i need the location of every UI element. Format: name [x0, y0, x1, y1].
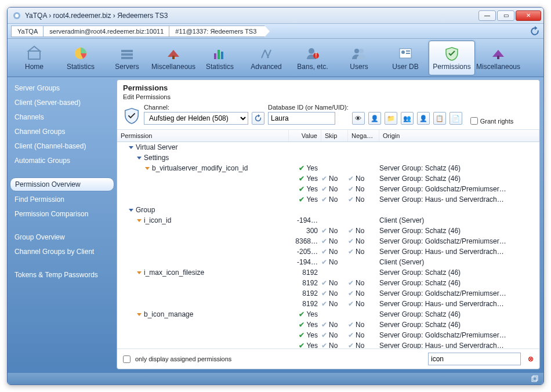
- refresh-icon[interactable]: [530, 26, 540, 37]
- svg-point-15: [354, 49, 359, 53]
- svg-rect-23: [533, 376, 538, 380]
- permission-row[interactable]: b_icon_manage✔YesServer Group: Schatz (4…: [117, 309, 539, 320]
- user-icon[interactable]: 👤: [368, 112, 381, 125]
- toolbar-miscellaneous[interactable]: Miscellaneous: [475, 41, 521, 75]
- breadcrumb[interactable]: YaTQA: [11, 26, 46, 37]
- permission-row[interactable]: 8192✔No✔NoServer Group: Haus- und Server…: [117, 299, 539, 309]
- copy-icon[interactable]: 📄: [449, 112, 462, 125]
- list-icon[interactable]: 📋: [433, 112, 446, 125]
- sidebar-item-channels[interactable]: Channels: [10, 111, 114, 124]
- svg-rect-11: [221, 52, 223, 59]
- col-negate[interactable]: Nega…: [348, 130, 379, 141]
- tree-group[interactable]: Group: [117, 205, 539, 215]
- check-off-icon: ✔: [348, 175, 354, 183]
- sidebar-item-client-server-based-[interactable]: Client (Server-based): [10, 96, 114, 109]
- permission-row[interactable]: i_icon_id-194…Client (Server): [117, 215, 539, 226]
- close-button[interactable]: ✕: [516, 10, 541, 21]
- svg-rect-7: [121, 57, 133, 59]
- clear-filter-icon[interactable]: ⊗: [528, 355, 534, 363]
- sidebar-item-automatic-groups[interactable]: Automatic Groups: [10, 154, 114, 167]
- permission-row[interactable]: b_virtualserver_modify_icon_id✔YesServer…: [117, 163, 539, 173]
- toolbar-statistics[interactable]: Statistics: [197, 41, 243, 75]
- channel-select[interactable]: Aufstieg der Helden (508): [144, 112, 248, 125]
- col-permission[interactable]: Permission: [117, 130, 289, 141]
- toolbar-miscellaneous[interactable]: Miscellaneous: [150, 41, 197, 75]
- users-icon[interactable]: 👥: [401, 112, 414, 125]
- sidebar-item-client-channel-based-[interactable]: Client (Channel-based): [10, 140, 114, 153]
- toolbar-servers[interactable]: Servers: [104, 41, 150, 75]
- only-assigned-checkbox[interactable]: [123, 355, 130, 363]
- tree-group[interactable]: Settings: [117, 153, 539, 163]
- maximize-button[interactable]: ▭: [497, 10, 514, 21]
- check-off-icon: ✔: [348, 248, 354, 256]
- svg-point-16: [359, 49, 364, 53]
- permission-row[interactable]: -205…✔No✔NoServer Group: Haus- und Serve…: [117, 246, 539, 257]
- refresh-channel-button[interactable]: [252, 112, 264, 125]
- expand-icon: [129, 209, 133, 212]
- check-off-icon: ✔: [321, 227, 327, 235]
- sidebar-item-server-groups[interactable]: Server Groups: [10, 82, 114, 95]
- permission-row[interactable]: 300✔No✔NoServer Group: Schatz (46): [117, 226, 539, 236]
- svg-marker-3: [28, 46, 40, 51]
- toolbar-permissions[interactable]: Permissions: [429, 41, 475, 75]
- permission-row[interactable]: 8192✔No✔NoServer Group: Schatz (46): [117, 278, 539, 288]
- check-off-icon: ✔: [321, 185, 327, 193]
- svg-text:!: !: [315, 51, 317, 59]
- grant-rights-label: Grant rights: [480, 118, 513, 125]
- grant-rights-checkbox[interactable]: [470, 117, 478, 125]
- toolbar-advanced[interactable]: Advanced: [243, 41, 289, 75]
- toolbar-statistics[interactable]: Statistics: [57, 41, 104, 75]
- sidebar-item-tokens-temp-passwords[interactable]: Tokens & Temp Passwords: [10, 268, 114, 281]
- app-icon: [12, 11, 21, 20]
- permission-row[interactable]: ✔Yes✔No✔NoServer Group: Goldschatz/Premi…: [117, 184, 539, 194]
- filter-input[interactable]: [428, 353, 521, 365]
- tree-group[interactable]: Virtual Server: [117, 142, 539, 153]
- expand-icon: [137, 313, 142, 316]
- permission-row[interactable]: -194…✔NoClient (Server): [117, 257, 539, 267]
- check-icon: ✔: [299, 310, 304, 318]
- permission-row[interactable]: ✔Yes✔No✔NoServer Group: Haus- und Server…: [117, 340, 539, 349]
- panel-title: Permissions: [117, 80, 539, 93]
- check-off-icon: ✔: [348, 300, 354, 308]
- sidebar-item-group-overview[interactable]: Group Overview: [10, 231, 114, 244]
- folder-icon[interactable]: 📁: [385, 112, 397, 125]
- col-origin[interactable]: Origin: [379, 130, 539, 141]
- permission-row[interactable]: ✔Yes✔No✔NoServer Group: Goldschatz/Premi…: [117, 330, 539, 340]
- minimize-button[interactable]: —: [478, 10, 496, 21]
- user-remove-icon[interactable]: 👤: [417, 112, 430, 125]
- breadcrumb[interactable]: serveradmin@root4.redeemer.biz:10011: [43, 26, 172, 37]
- check-off-icon: ✔: [348, 227, 354, 235]
- expand-icon: [137, 219, 142, 222]
- permission-row[interactable]: ✔Yes✔No✔NoServer Group: Schatz (46): [117, 173, 539, 184]
- restore-icon[interactable]: [531, 375, 539, 383]
- check-off-icon: ✔: [321, 289, 327, 297]
- toolbar-user-db[interactable]: User DB: [382, 41, 429, 75]
- breadcrumb[interactable]: #11@1337: Яedeemers TS3: [169, 26, 265, 37]
- dbid-input[interactable]: [268, 112, 335, 125]
- toolbar-users[interactable]: Users: [336, 41, 382, 75]
- svg-point-12: [309, 48, 314, 54]
- check-off-icon: ✔: [348, 195, 354, 204]
- toolbar-home[interactable]: Home: [11, 41, 57, 75]
- col-skip[interactable]: Skip: [321, 130, 348, 141]
- check-off-icon: ✔: [321, 342, 327, 349]
- check-off-icon: ✔: [348, 342, 354, 349]
- check-icon: ✔: [299, 342, 304, 349]
- permission-row[interactable]: i_max_icon_filesize8192Server Group: Sch…: [117, 267, 539, 278]
- permission-row[interactable]: 8192✔No✔NoServer Group: Goldschatz/Premi…: [117, 288, 539, 299]
- sidebar-item-find-permission[interactable]: Find Permission: [10, 193, 114, 206]
- check-icon: ✔: [299, 185, 304, 193]
- permission-row[interactable]: ✔Yes✔No✔NoServer Group: Schatz (46): [117, 320, 539, 330]
- grid-header: Permission Value Skip Nega… Origin: [117, 130, 539, 142]
- sidebar-item-channel-groups-by-client[interactable]: Channel Groups by Client: [10, 245, 114, 258]
- col-value[interactable]: Value: [289, 130, 321, 141]
- breadcrumb-bar: YaTQA serveradmin@root4.redeemer.biz:100…: [8, 24, 543, 39]
- sidebar-item-channel-groups[interactable]: Channel Groups: [10, 125, 114, 138]
- toolbar-bans-etc-[interactable]: !Bans, etc.: [289, 41, 336, 75]
- sidebar-item-permission-overview[interactable]: Permission Overview: [10, 177, 114, 191]
- eye-icon[interactable]: 👁: [352, 112, 365, 125]
- permission-row[interactable]: ✔Yes✔No✔NoServer Group: Haus- und Server…: [117, 194, 539, 205]
- sidebar-item-permission-comparison[interactable]: Permission Comparison: [10, 208, 114, 220]
- expand-icon: [137, 271, 142, 274]
- permission-row[interactable]: 8368…✔No✔NoServer Group: Goldschatz/Prem…: [117, 236, 539, 246]
